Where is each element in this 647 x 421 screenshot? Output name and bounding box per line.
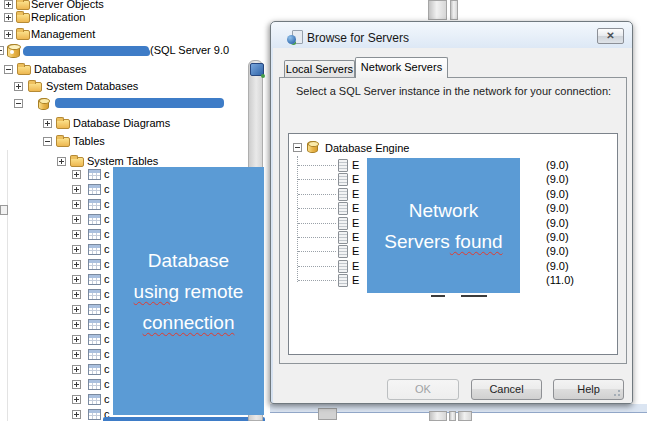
resize-grip[interactable] [618,394,620,396]
server-name-fragment: E [352,217,359,230]
expand-icon[interactable] [72,215,81,224]
browse-servers-icon [287,30,303,44]
expand-icon[interactable] [14,82,23,91]
server-stack-icon [338,188,348,201]
table-icon [88,304,101,315]
expand-icon[interactable] [72,170,81,179]
tree-row[interactable] [0,97,270,110]
tree-row-databases[interactable]: Databases [0,63,270,76]
collapse-icon[interactable] [293,143,302,152]
server-stack-icon [338,260,348,273]
tree-row-label: (SQL Server 9.0 [150,44,229,57]
background-fragment [318,408,337,420]
server-name-fragment: E [352,173,359,186]
server-name-fragment: E [352,274,359,287]
expand-icon[interactable] [4,13,13,22]
collapse-icon[interactable] [14,99,23,108]
server-stack-icon [338,202,348,215]
tree-row-replication[interactable]: Replication [0,11,270,24]
expand-icon[interactable] [72,305,81,314]
expand-icon[interactable] [72,260,81,269]
expand-icon[interactable] [72,275,81,284]
annotation-line: using remote [134,276,244,307]
expand-icon[interactable] [72,320,81,329]
tree-row-label: c [104,183,110,196]
tree-row-label: c [104,363,110,376]
tree-row-label: c [104,333,110,346]
tree-row-label: c [104,348,110,361]
collapse-icon[interactable] [43,137,52,146]
version-label: (9.0) [546,159,569,172]
scrollbar-fragment-top[interactable] [428,0,447,20]
tree-row-system-databases[interactable]: System Databases [0,80,270,93]
expand-icon[interactable] [72,365,81,374]
annotation-line: Database [148,245,229,276]
tree-row-label: c [104,378,110,391]
expand-icon[interactable] [72,230,81,239]
redaction-bar-partial [103,417,265,421]
expand-icon[interactable] [43,119,52,128]
tree-row-tables[interactable]: Tables [0,135,270,148]
annotation-database-remote: Databaseusing remoteconnection [113,167,264,415]
expand-icon[interactable] [4,30,13,39]
table-icon [88,214,101,225]
tab-network-servers[interactable]: Network Servers [355,57,448,78]
tree-row-label: c [104,228,110,241]
server-name-fragment: E [352,260,359,273]
cancel-button[interactable]: Cancel [471,379,542,400]
expand-icon[interactable] [72,380,81,389]
server-monitor-icon [250,63,264,76]
expand-icon[interactable] [72,410,81,419]
expand-icon[interactable] [72,290,81,299]
tree-row-label: Tables [73,135,105,148]
scrollbar-fragment-bottom[interactable] [429,411,447,421]
table-icon [88,334,101,345]
server-stack-icon [338,173,348,186]
collapse-icon[interactable] [4,65,13,74]
server-name-fragment: E [352,188,359,201]
expand-icon[interactable] [72,245,81,254]
expand-icon[interactable] [57,157,66,166]
expand-icon[interactable] [4,0,13,9]
server-stack-icon [338,245,348,258]
scrollbar-fragment-bottom-3[interactable] [458,411,472,421]
tree-row-label: c [104,288,110,301]
dialog-title: Browse for Servers [307,31,409,45]
table-icon [88,364,101,375]
folder-icon [17,65,31,75]
server-name-fragment: E [352,245,359,258]
instruction-label: Select a SQL Server instance in the netw… [296,85,611,97]
collapse-icon[interactable] [0,46,4,55]
redacted-text-mark [431,295,445,297]
table-icon [88,199,101,210]
server-stack-icon [338,159,348,172]
ok-button[interactable]: OK [387,379,459,400]
tree-row-server-objects[interactable]: Server Objects [0,0,270,11]
folder-icon [16,30,30,40]
tree-row-label: c [104,243,110,256]
tree-row-label: Server Objects [31,0,104,11]
tree-item-database-engine[interactable]: Database Engine [271,140,611,154]
folder-icon [16,13,30,23]
scrollbar-fragment-top-2[interactable] [450,0,458,20]
table-icon [88,349,101,360]
scrollbar-fragment-bottom-2[interactable] [449,411,456,421]
close-icon[interactable]: ✕ [597,28,624,44]
expand-icon[interactable] [72,350,81,359]
expand-icon[interactable] [72,200,81,209]
expand-icon[interactable] [72,395,81,404]
server-stack-icon [338,217,348,230]
tab-local-servers[interactable]: Local Servers [284,60,355,77]
tree-row-management[interactable]: Management [0,28,270,41]
help-button[interactable]: Help [553,379,624,400]
expand-icon[interactable] [72,335,81,344]
redaction-bar [55,98,224,108]
tree-row-label: c [104,318,110,331]
screenshot-canvas: Server ObjectsReplicationManagement(SQL … [0,0,647,421]
version-label: (9.0) [546,173,569,186]
annotation-line: connection [143,307,235,338]
expand-icon[interactable] [72,185,81,194]
tree-row-database-diagrams[interactable]: Database Diagrams [0,117,270,130]
folder-icon [56,119,70,129]
tree-row--sql-server-9-0[interactable]: (SQL Server 9.0 [0,44,270,57]
